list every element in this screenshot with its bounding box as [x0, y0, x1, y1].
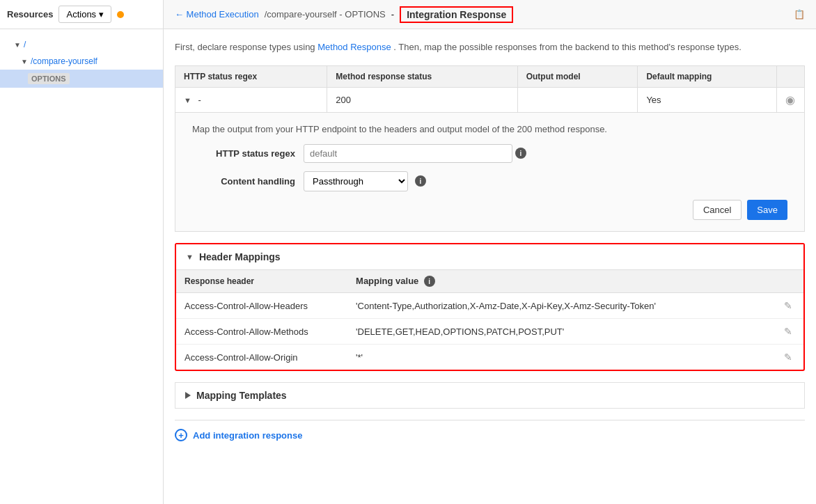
mapping-templates-arrow — [185, 392, 191, 399]
add-integration-response[interactable]: + Add integration response — [175, 420, 805, 450]
status-dot — [117, 11, 124, 18]
col-output-model: Output model — [517, 65, 638, 87]
col-http-status-regex: HTTP status regex — [175, 65, 327, 87]
content-handling-label: Content handling — [192, 176, 304, 187]
breadcrumb-bar: ← Method Execution /compare-yourself - O… — [164, 0, 816, 29]
col-default-mapping: Default mapping — [638, 65, 777, 87]
response-header-1: Access-Control-Allow-Methods — [176, 319, 347, 345]
content-handling-select[interactable]: Passthrough Convert to binary Convert to… — [304, 171, 408, 191]
sidebar: Resources Actions ▾ ▼ / ▼ /compare-yours… — [0, 0, 164, 504]
tree-label-options: OPTIONS — [28, 73, 70, 84]
edit-icon-0[interactable]: ✎ — [784, 300, 792, 311]
header-mappings-title: Header Mappings — [199, 251, 281, 262]
tree-label-compare: /compare-yourself — [31, 56, 97, 66]
intro-text: First, declare response types using Meth… — [175, 40, 805, 54]
delete-button[interactable]: ◉ — [785, 94, 795, 106]
expand-arrow[interactable]: ▼ — [184, 96, 191, 104]
copy-icon: 📋 — [794, 9, 805, 19]
header-mappings-section: ▼ Header Mappings Response header Mappin… — [175, 243, 805, 372]
method-response-link[interactable]: Method Response — [317, 42, 391, 52]
col-method-response-status: Method response status — [327, 65, 517, 87]
sidebar-header: Resources Actions ▾ — [0, 0, 163, 29]
page-title: Integration Response — [400, 6, 513, 23]
mapping-row-1: Access-Control-Allow-Methods 'DELETE,GET… — [176, 319, 803, 345]
expanded-details: Map the output from your HTTP endpoint t… — [175, 113, 805, 232]
tree-arrow-compare: ▼ — [21, 58, 28, 65]
sidebar-title: Resources — [7, 9, 53, 19]
response-header-2: Access-Control-Allow-Origin — [176, 345, 347, 370]
add-circle-icon: + — [175, 429, 187, 441]
edit-icon-2[interactable]: ✎ — [784, 352, 792, 363]
actions-button[interactable]: Actions ▾ — [58, 6, 111, 23]
mapping-templates-section[interactable]: Mapping Templates — [175, 382, 805, 409]
row-output — [517, 87, 638, 112]
main-panel: ← Method Execution /compare-yourself - O… — [164, 0, 816, 504]
table-row: ▼ - 200 Yes ◉ — [175, 87, 805, 112]
tree-item-root[interactable]: ▼ / — [0, 36, 163, 53]
http-status-regex-info-icon[interactable]: i — [515, 148, 526, 159]
content-handling-select-wrap: Passthrough Convert to binary Convert to… — [304, 171, 426, 191]
content-handling-row: Content handling Passthrough Convert to … — [192, 171, 787, 191]
tree-item-compare-yourself[interactable]: ▼ /compare-yourself — [0, 53, 163, 70]
mapping-row-2: Access-Control-Allow-Origin '*' ✎ — [176, 345, 803, 370]
form-actions: Cancel Save — [192, 200, 787, 220]
mapping-templates-title: Mapping Templates — [196, 390, 287, 401]
tree-arrow-root: ▼ — [14, 41, 21, 49]
save-button[interactable]: Save — [747, 200, 787, 220]
cancel-button[interactable]: Cancel — [693, 200, 742, 220]
response-header-0: Access-Control-Allow-Headers — [176, 293, 347, 319]
resource-tree: ▼ / ▼ /compare-yourself OPTIONS — [0, 29, 163, 95]
mapping-value-1: 'DELETE,GET,HEAD,OPTIONS,PATCH,POST,PUT' — [347, 319, 734, 345]
response-table: HTTP status regex Method response status… — [175, 65, 805, 113]
add-integration-label: Add integration response — [193, 430, 302, 441]
header-mappings-arrow: ▼ — [186, 253, 194, 261]
content-area: First, declare response types using Meth… — [164, 29, 816, 504]
content-handling-info-icon[interactable]: i — [415, 175, 426, 187]
mapping-value-info-icon[interactable]: i — [424, 276, 435, 287]
row-status: 200 — [327, 87, 517, 112]
col-response-header: Response header — [176, 270, 347, 293]
row-default: Yes — [638, 87, 777, 112]
mapping-row-0: Access-Control-Allow-Headers 'Content-Ty… — [176, 293, 803, 319]
col-mapping-value: Mapping value i — [347, 270, 734, 293]
breadcrumb-path: /compare-yourself - OPTIONS — [265, 9, 386, 19]
http-status-regex-input[interactable] — [304, 144, 512, 163]
back-link[interactable]: ← Method Execution — [175, 9, 259, 19]
http-status-regex-row: HTTP status regex i — [192, 144, 787, 163]
tree-label-root: / — [24, 40, 26, 49]
header-mappings-header[interactable]: ▼ Header Mappings — [176, 244, 803, 270]
tree-item-options[interactable]: OPTIONS — [0, 70, 163, 88]
mapping-value-2: '*' — [347, 345, 734, 370]
edit-icon-1[interactable]: ✎ — [784, 326, 792, 337]
actions-label: Actions ▾ — [66, 9, 103, 19]
row-regex: - — [198, 95, 201, 105]
mapping-value-0: 'Content-Type,Authorization,X-Amz-Date,X… — [347, 293, 734, 319]
map-description: Map the output from your HTTP endpoint t… — [192, 124, 787, 134]
intro-text2: . Then, map the possible responses from … — [393, 42, 741, 52]
intro-text1: First, declare response types using — [175, 42, 317, 52]
http-status-regex-label: HTTP status regex — [192, 148, 304, 159]
header-mappings-table: Response header Mapping value i Access-C… — [176, 270, 803, 370]
